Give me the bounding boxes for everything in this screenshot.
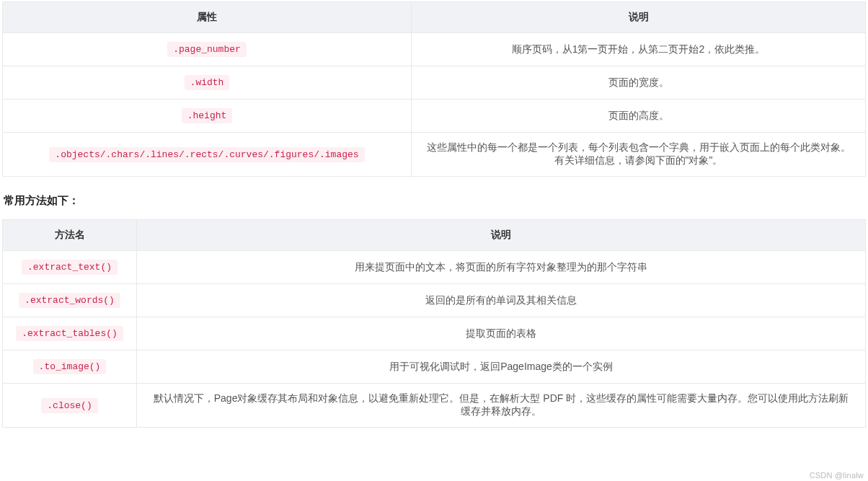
table-row: .extract_words() 返回的是所有的单词及其相关信息 [3,284,866,317]
method-code: .extract_text() [22,260,118,275]
table-row: .close() 默认情况下，Page对象缓存其布局和对象信息，以避免重新处理它… [3,384,866,428]
method-desc: 用于可视化调试时，返回PageImage类的一个实例 [137,350,866,384]
property-code: .objects/.chars/.lines/.rects/.curves/.f… [49,147,364,162]
method-code: .close() [41,398,97,413]
method-desc: 返回的是所有的单词及其相关信息 [137,284,866,317]
table-row: .extract_text() 用来提页面中的文本，将页面的所有字符对象整理为的… [3,251,866,284]
method-desc: 默认情况下，Page对象缓存其布局和对象信息，以避免重新处理它。但是，在解析大型… [137,384,866,428]
methods-header-method: 方法名 [3,220,137,251]
table-row: .objects/.chars/.lines/.rects/.curves/.f… [3,133,866,177]
method-desc: 用来提页面中的文本，将页面的所有字符对象整理为的那个字符串 [137,251,866,284]
property-desc: 页面的宽度。 [412,66,866,100]
table-row: .extract_tables() 提取页面的表格 [3,317,866,350]
table-row: .page_number 顺序页码，从1第一页开始，从第二页开始2，依此类推。 [3,33,866,66]
method-code: .extract_words() [19,293,120,308]
method-code: .to_image() [33,359,107,374]
method-desc: 提取页面的表格 [137,317,866,350]
properties-header-prop: 属性 [3,2,412,33]
section-title: 常用方法如下： [4,194,866,208]
property-code: .width [185,75,230,90]
properties-header-desc: 说明 [412,2,866,33]
watermark-text: CSDN @linalw [810,471,864,480]
property-desc: 顺序页码，从1第一页开始，从第二页开始2，依此类推。 [412,33,866,66]
property-code: .page_number [167,42,247,57]
table-row: .height 页面的高度。 [3,100,866,133]
property-desc: 页面的高度。 [412,100,866,133]
properties-table: 属性 说明 .page_number 顺序页码，从1第一页开始，从第二页开始2，… [2,1,866,177]
table-row: .width 页面的宽度。 [3,66,866,100]
property-code: .height [182,108,233,123]
methods-header-desc: 说明 [137,220,866,251]
method-code: .extract_tables() [16,326,123,341]
table-row: .to_image() 用于可视化调试时，返回PageImage类的一个实例 [3,350,866,384]
property-desc: 这些属性中的每一个都是一个列表，每个列表包含一个字典，用于嵌入页面上的每个此类对… [412,133,866,177]
methods-table: 方法名 说明 .extract_text() 用来提页面中的文本，将页面的所有字… [2,219,866,428]
